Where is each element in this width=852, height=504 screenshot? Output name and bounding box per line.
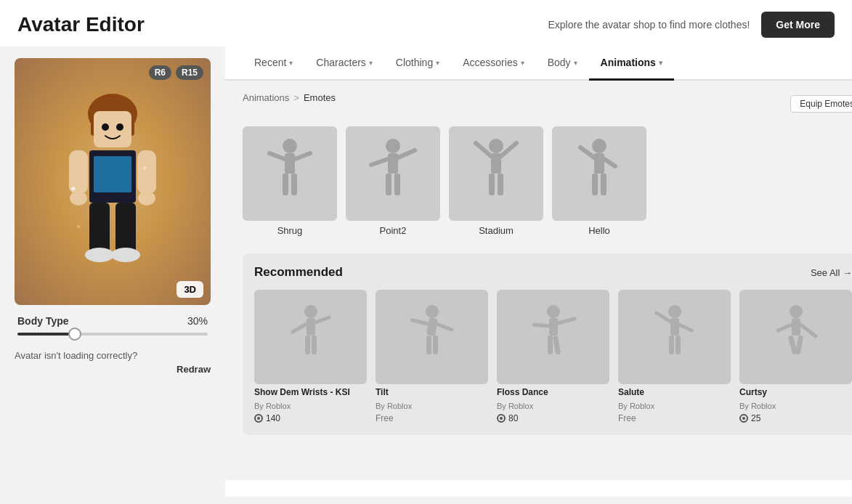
svg-point-11 [138, 191, 155, 206]
svg-line-40 [604, 159, 615, 166]
rec-name-tilt: Tilt [376, 387, 488, 399]
chevron-down-icon: ▾ [369, 59, 373, 67]
nav-tabs: Recent ▾ Characters ▾ Clothing ▾ Accesso… [225, 46, 852, 81]
svg-line-64 [679, 325, 691, 330]
emote-item-stadium[interactable]: Stadium [449, 126, 543, 236]
svg-line-70 [800, 325, 816, 336]
tab-animations[interactable]: Animations ▾ [589, 46, 674, 81]
emote-item-shrug[interactable]: Shrug [243, 126, 337, 236]
emote-thumb-hello [552, 126, 646, 221]
svg-point-19 [283, 139, 297, 153]
svg-point-25 [386, 139, 400, 153]
emote-item-hello[interactable]: Hello [552, 126, 646, 236]
body-type-value: 30% [187, 315, 208, 327]
recommended-title: Recommended [254, 265, 343, 280]
get-more-button[interactable]: Get More [761, 12, 835, 38]
emote-thumb-shrug [243, 126, 337, 221]
svg-line-22 [295, 153, 310, 159]
svg-line-45 [293, 324, 307, 332]
rec-thumb-salute [618, 290, 731, 384]
svg-line-63 [657, 313, 670, 322]
recommended-grid: Show Dem Wrists - KSI By Roblox 140 [254, 290, 852, 423]
emote-thumb-stadium [449, 126, 543, 221]
rec-price-curtsy: 25 [739, 413, 852, 423]
chevron-down-icon: ▾ [436, 59, 439, 67]
svg-point-5 [116, 123, 123, 131]
rec-price-tilt: Free [376, 413, 488, 423]
svg-text:✦: ✦ [69, 183, 78, 195]
emote-name-point2: Point2 [380, 225, 407, 236]
svg-line-21 [269, 153, 285, 159]
svg-point-49 [426, 305, 439, 318]
rec-item-tilt[interactable]: Tilt By Roblox Free [376, 290, 488, 423]
top-bar-right: Explore the avatar shop to find more clo… [548, 12, 835, 38]
rec-by-curtsy: By Roblox [739, 402, 852, 410]
recommended-section: Recommended See All → [243, 253, 852, 435]
redraw-button[interactable]: Redraw [15, 364, 211, 375]
svg-rect-50 [426, 317, 438, 336]
rec-by-tilt: By Roblox [376, 402, 488, 410]
rec-price-floss: 80 [497, 413, 609, 423]
svg-rect-3 [94, 111, 131, 147]
svg-text:✦: ✦ [76, 224, 81, 230]
rec-by-floss: By Roblox [497, 402, 609, 410]
emote-item-point2[interactable]: Point2 [346, 126, 440, 236]
svg-point-67 [790, 305, 803, 318]
slider-thumb[interactable] [68, 328, 81, 341]
rec-name-salute: Salute [618, 387, 731, 399]
svg-rect-66 [675, 336, 681, 354]
svg-rect-35 [489, 174, 495, 195]
body-type-slider[interactable] [17, 333, 208, 336]
tab-accessories[interactable]: Accessories ▾ [451, 46, 535, 81]
avatar-3d-button[interactable]: 3D [177, 281, 203, 298]
rec-item-show-dem[interactable]: Show Dem Wrists - KSI By Roblox 140 [254, 290, 367, 423]
emote-name-stadium: Stadium [479, 225, 514, 236]
breadcrumb-separator: > [293, 92, 299, 103]
rec-thumb-floss [497, 290, 609, 384]
rec-item-floss[interactable]: Floss Dance By Roblox 80 [497, 290, 609, 423]
svg-point-15 [111, 248, 140, 262]
breadcrumb-parent: Animations [243, 92, 289, 103]
svg-rect-29 [386, 174, 391, 195]
slider-fill [17, 333, 75, 336]
chevron-down-icon: ▾ [574, 59, 577, 67]
svg-rect-59 [548, 336, 553, 354]
rec-thumb-curtsy [739, 290, 852, 384]
chevron-down-icon: ▾ [289, 59, 293, 67]
tab-characters[interactable]: Characters ▾ [304, 46, 384, 81]
body-type-header: Body Type 30% [17, 315, 208, 327]
left-panel: R6 R15 [0, 46, 225, 497]
badge-r6: R6 [149, 65, 171, 80]
svg-point-37 [592, 139, 606, 153]
rec-item-salute[interactable]: Salute By Roblox Free [618, 290, 731, 423]
see-all-link[interactable]: See All → [811, 267, 852, 278]
avatar-error-text: Avatar isn't loading correctly? [15, 350, 211, 361]
rec-by-salute: By Roblox [618, 402, 731, 410]
badge-r15: R15 [176, 65, 203, 80]
svg-rect-44 [307, 318, 315, 336]
svg-rect-13 [115, 203, 136, 253]
svg-point-43 [304, 305, 317, 318]
tab-recent[interactable]: Recent ▾ [243, 46, 304, 81]
svg-line-46 [315, 317, 329, 322]
svg-rect-60 [552, 336, 560, 355]
svg-line-58 [558, 319, 575, 323]
rec-price-salute: Free [618, 413, 731, 423]
tab-clothing[interactable]: Clothing ▾ [384, 46, 451, 81]
equip-emotes-button[interactable]: Equip Emotes [790, 95, 852, 113]
rec-item-curtsy[interactable]: Curtsy By Roblox 25 [739, 290, 852, 423]
content-area: Animations > Emotes Equip Emotes [225, 81, 852, 480]
svg-rect-20 [285, 153, 295, 174]
chevron-down-icon: ▾ [659, 59, 662, 67]
svg-point-55 [547, 305, 560, 318]
svg-text:✦: ✦ [142, 164, 147, 172]
emote-name-shrug: Shrug [277, 225, 303, 236]
rec-name-show-dem: Show Dem Wrists - KSI [254, 387, 367, 399]
svg-line-39 [580, 147, 594, 158]
tab-body[interactable]: Body ▾ [536, 46, 589, 81]
rec-thumb-tilt [376, 290, 488, 384]
robux-icon [497, 414, 506, 423]
svg-rect-72 [795, 336, 803, 355]
body-type-section: Body Type 30% [15, 315, 211, 336]
svg-line-57 [534, 325, 549, 326]
